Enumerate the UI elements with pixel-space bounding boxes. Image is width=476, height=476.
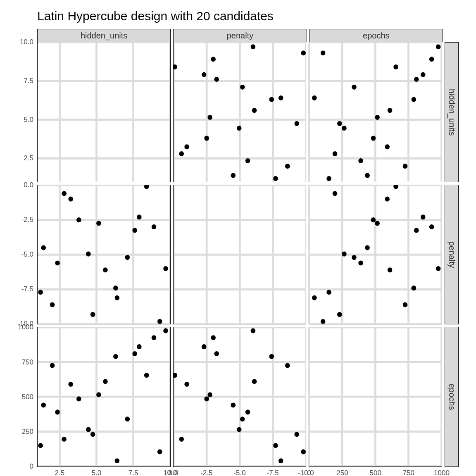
svg-point-120 (412, 286, 416, 290)
svg-point-88 (152, 224, 157, 229)
svg-point-56 (342, 126, 347, 131)
svg-point-76 (90, 312, 95, 317)
svg-point-117 (403, 302, 408, 307)
y-tick-label: 0 (30, 462, 33, 471)
svg-point-92 (68, 196, 73, 201)
svg-point-36 (174, 64, 177, 69)
svg-point-126 (365, 245, 370, 250)
svg-point-193 (174, 373, 177, 378)
y-tick-label: 7.5 (24, 77, 33, 85)
svg-point-127 (414, 228, 419, 233)
svg-point-80 (113, 286, 118, 290)
col-strip-hidden-units: hidden_units (37, 29, 171, 42)
svg-point-47 (337, 121, 342, 126)
svg-point-59 (429, 57, 434, 62)
svg-point-82 (103, 267, 108, 272)
page-title: Latin Hypercube design with 20 candidate… (37, 9, 274, 23)
svg-point-28 (231, 173, 236, 178)
svg-point-119 (327, 290, 332, 295)
svg-point-60 (375, 115, 380, 120)
svg-point-124 (352, 255, 357, 260)
panel-penalty-vs-epochs (309, 185, 442, 325)
svg-point-93 (62, 191, 67, 196)
svg-point-17 (301, 50, 306, 55)
svg-point-54 (359, 158, 364, 163)
svg-point-58 (414, 77, 419, 82)
svg-point-147 (115, 458, 120, 463)
svg-point-91 (137, 214, 142, 219)
svg-point-115 (321, 319, 326, 324)
strip-row-top: hidden_units penalty epochs (37, 29, 459, 42)
svg-point-125 (342, 251, 347, 256)
svg-point-53 (388, 108, 393, 113)
svg-point-19 (285, 164, 290, 169)
svg-point-130 (371, 217, 376, 222)
svg-point-52 (436, 44, 441, 49)
svg-point-94 (144, 185, 149, 189)
svg-point-79 (38, 290, 43, 295)
y-tick-label: 500 (22, 393, 33, 401)
svg-point-48 (403, 164, 408, 169)
svg-point-86 (41, 245, 46, 250)
x-tick-label: -7.5 (267, 469, 279, 476)
svg-point-55 (352, 85, 357, 90)
svg-point-159 (76, 397, 81, 402)
panel-hidden_units-vs-epochs (309, 42, 442, 182)
x-tick-label: -2.5 (200, 469, 212, 476)
svg-point-162 (62, 437, 67, 442)
y-tick-label: 0.0 (24, 181, 33, 189)
svg-point-187 (211, 336, 216, 340)
svg-point-155 (41, 403, 46, 408)
x-tick-label: 500 (369, 469, 381, 476)
svg-point-175 (294, 432, 299, 437)
col-strip-epochs: epochs (309, 29, 443, 42)
y-tick-label: 750 (22, 358, 33, 367)
svg-point-77 (50, 302, 55, 307)
svg-point-144 (157, 450, 162, 455)
x-tick-label: 1000 (434, 469, 450, 476)
x-tick-label: -5.0 (233, 469, 245, 476)
svg-point-62 (421, 72, 426, 77)
svg-point-184 (237, 427, 242, 432)
y-tick-label: 250 (22, 428, 33, 436)
svg-point-163 (144, 373, 149, 378)
svg-point-64 (333, 151, 338, 156)
svg-point-174 (301, 450, 306, 455)
svg-point-61 (371, 136, 376, 141)
svg-point-180 (250, 328, 255, 333)
panel-hidden_units-vs-penalty (173, 42, 307, 182)
svg-point-182 (245, 410, 250, 415)
svg-point-78 (115, 295, 120, 300)
svg-point-87 (132, 228, 137, 233)
x-tick-label: -10.0 (298, 469, 314, 476)
svg-point-145 (90, 432, 95, 437)
svg-point-179 (269, 354, 274, 359)
row-strip-epochs: epochs (445, 327, 459, 467)
svg-point-151 (103, 379, 108, 384)
svg-point-128 (429, 224, 434, 229)
svg-point-32 (204, 136, 209, 141)
svg-point-27 (237, 126, 242, 131)
row-strip-hidden_units: hidden_units (445, 42, 459, 182)
panel-epochs-vs-hidden_units: 025050075010002.55.07.510.0 (37, 327, 171, 467)
svg-point-33 (202, 72, 207, 77)
svg-point-132 (385, 196, 390, 201)
svg-point-133 (333, 191, 338, 196)
svg-point-152 (55, 410, 60, 415)
y-tick-label: -5.0 (21, 250, 33, 259)
svg-point-149 (113, 354, 118, 359)
svg-point-20 (278, 95, 283, 100)
y-tick-label: 5.0 (24, 116, 33, 124)
y-tick-label: 1000 (18, 323, 33, 331)
svg-point-118 (312, 295, 317, 300)
svg-point-89 (96, 221, 101, 226)
svg-point-51 (412, 97, 416, 102)
svg-point-158 (96, 393, 101, 397)
svg-point-65 (394, 64, 399, 69)
svg-point-192 (179, 437, 184, 442)
svg-point-121 (436, 266, 441, 271)
panel-penalty-vs-penalty (173, 185, 307, 325)
svg-point-123 (359, 260, 364, 265)
svg-point-176 (285, 363, 290, 368)
svg-point-23 (250, 44, 255, 49)
